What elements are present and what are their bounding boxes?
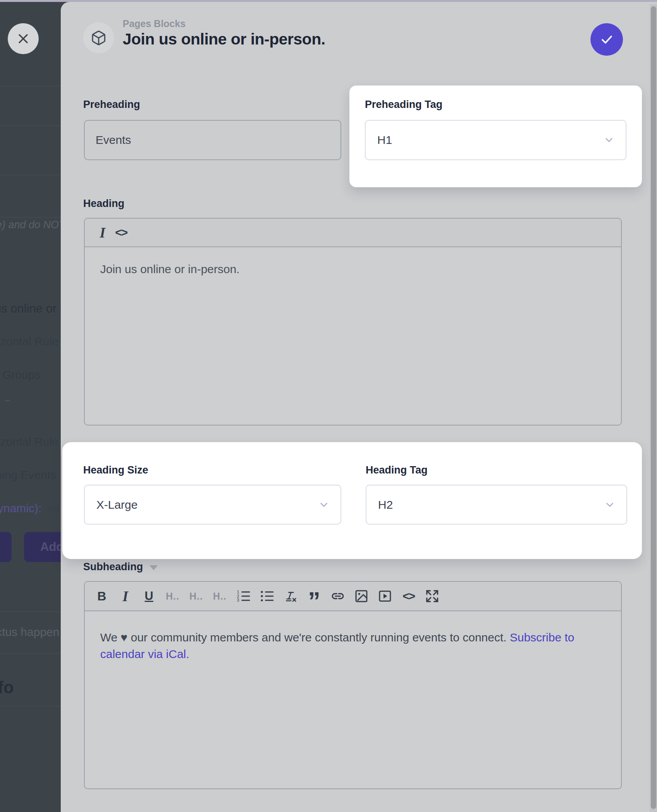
divider — [0, 86, 61, 86]
heading-size-select[interactable]: X-Large — [84, 485, 341, 525]
divider — [0, 706, 61, 706]
cube-icon — [91, 30, 107, 46]
scrollbar-thumb[interactable] — [651, 6, 656, 809]
block-icon-circle — [83, 22, 114, 53]
top-edge-strip — [0, 0, 657, 2]
background-heading-info: fo — [0, 678, 14, 697]
background-item-dynamic: ynamic):ev — [0, 502, 59, 515]
heading-editor-toolbar: I <> — [85, 219, 621, 247]
heading-editor: I <> Join us online or in-person. — [84, 218, 622, 426]
background-text-lectus: ctus happen — [0, 626, 59, 639]
background-add-button: Add — [24, 532, 61, 562]
background-item-join-us: us online or i — [0, 302, 61, 316]
scrollbar-track[interactable] — [650, 4, 657, 812]
preheading-tag-value: H1 — [377, 133, 392, 147]
image-icon[interactable] — [354, 588, 369, 605]
page-title: Join us online or in-person. — [123, 30, 325, 48]
preheading-label: Preheading — [83, 99, 140, 111]
block-settings-panel: Pages Blocks Join us online or in-person… — [61, 2, 657, 812]
heading-tag-select[interactable]: H2 — [366, 485, 627, 525]
background-button — [0, 532, 12, 562]
background-dash — [5, 400, 10, 401]
svg-text:3: 3 — [237, 598, 239, 602]
divider — [0, 612, 61, 612]
subheading-label-row: Subheading — [83, 561, 158, 573]
preheading-value: Events — [96, 133, 131, 147]
screen: e) and do NOT us online or i rizontal Ru… — [0, 0, 657, 812]
bold-icon[interactable]: B — [94, 588, 109, 605]
divider — [0, 125, 61, 126]
dynamic-label: ynamic): — [0, 502, 41, 515]
underline-icon[interactable]: U — [141, 588, 157, 605]
chevron-down-icon — [604, 499, 616, 511]
heading-size-label: Heading Size — [83, 464, 148, 476]
heading-tag-label: Heading Tag — [366, 464, 428, 476]
check-icon — [599, 32, 614, 47]
link-icon[interactable] — [330, 588, 346, 605]
dynamic-value: ev — [47, 502, 59, 515]
subheading-editor-content[interactable]: We ♥ our community members and we're con… — [85, 611, 603, 662]
preheading-tag-select[interactable]: H1 — [365, 120, 626, 160]
heading-tag-value: H2 — [378, 498, 393, 511]
dimmed-background-page: e) and do NOT us online or i rizontal Ru… — [0, 0, 61, 812]
subheading-editor: B I U H.. H.. H.. 1 2 3 — [84, 581, 622, 789]
heading-1-icon[interactable]: H.. — [165, 588, 180, 605]
heading-size-value: X-Large — [96, 498, 138, 511]
divider — [0, 175, 61, 175]
background-helper-text: e) and do NOT — [0, 219, 61, 231]
background-item-horizontal-rule: rizontal Rule — [0, 435, 58, 448]
background-item-groups: Groups — [2, 368, 40, 381]
close-icon — [15, 31, 31, 46]
blockquote-icon[interactable]: ” — [306, 588, 322, 605]
heading-value: Join us online or in-person. — [100, 263, 240, 275]
heading-label: Heading — [83, 198, 125, 210]
close-button[interactable] — [8, 23, 39, 54]
heading-3-icon[interactable]: H.. — [212, 588, 228, 605]
chevron-down-icon — [318, 499, 330, 511]
heading-size-tag-card: Heading Size X-Large Heading Tag H2 — [62, 442, 642, 559]
italic-icon[interactable]: I — [118, 588, 133, 605]
background-item-horizontal-rule: rizontal Rule — [0, 335, 58, 348]
subheading-text: We ♥ our community members and we're con… — [100, 631, 510, 644]
divider — [0, 217, 61, 217]
code-icon[interactable]: <> — [113, 224, 129, 241]
italic-icon[interactable]: I — [95, 224, 110, 241]
video-icon[interactable] — [377, 588, 393, 605]
breadcrumb: Pages Blocks — [123, 18, 186, 29]
subheading-label: Subheading — [83, 561, 143, 573]
subheading-editor-toolbar: B I U H.. H.. H.. 1 2 3 — [85, 582, 621, 611]
clear-formatting-icon[interactable] — [283, 588, 298, 605]
preheading-input[interactable]: Events — [84, 120, 341, 160]
chevron-down-icon — [603, 134, 615, 146]
confirm-button[interactable] — [590, 23, 623, 56]
background-item-upcoming-events: ming Events — [0, 468, 56, 482]
heading-editor-content[interactable]: Join us online or in-person. — [85, 247, 621, 291]
bullet-list-icon[interactable] — [259, 588, 275, 605]
code-icon[interactable]: <> — [401, 588, 416, 605]
preheading-tag-label: Preheading Tag — [365, 99, 443, 111]
ordered-list-icon[interactable]: 1 2 3 — [236, 588, 251, 605]
preheading-tag-card: Preheading Tag H1 — [349, 85, 642, 187]
fullscreen-icon[interactable] — [424, 588, 440, 605]
heading-2-icon[interactable]: H.. — [188, 588, 204, 605]
divider — [0, 653, 61, 653]
caret-down-icon[interactable] — [149, 565, 158, 570]
